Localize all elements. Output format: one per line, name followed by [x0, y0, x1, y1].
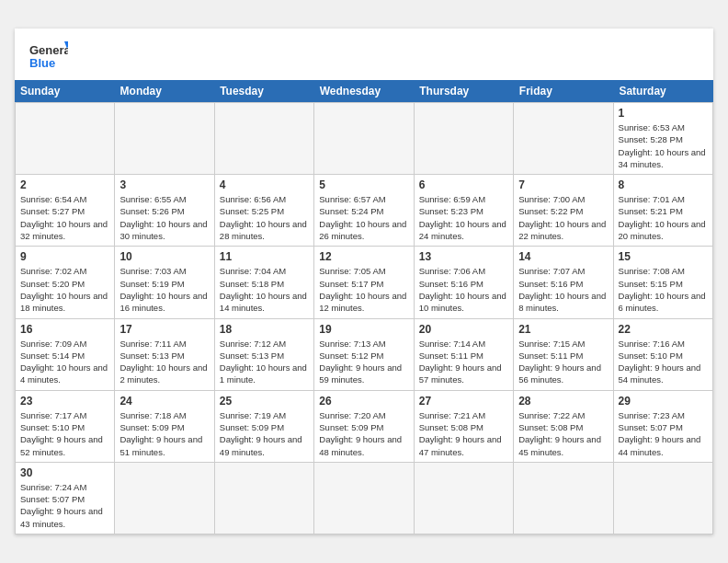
cell-daylight: Daylight: 10 hours and 20 minutes.: [619, 218, 708, 243]
cell-date: 2: [20, 178, 109, 191]
calendar-header: General Blue: [15, 29, 713, 80]
day-header-sunday: Sunday: [15, 80, 115, 102]
cell-date: 16: [20, 323, 109, 336]
calendar-day-13: 13 Sunrise: 7:06 AM Sunset: 5:16 PM Dayl…: [415, 247, 514, 318]
cell-sunrise: Sunrise: 7:24 AM: [20, 481, 109, 493]
cell-sunrise: Sunrise: 6:57 AM: [319, 193, 408, 205]
cell-sunset: Sunset: 5:19 PM: [119, 278, 209, 290]
calendar-day-18: 18 Sunrise: 7:12 AM Sunset: 5:13 PM Dayl…: [215, 319, 314, 391]
cell-date: 9: [20, 250, 109, 263]
cell-sunrise: Sunrise: 7:21 AM: [419, 409, 508, 421]
cell-date: 1: [619, 107, 708, 120]
cell-date: 11: [220, 250, 309, 263]
day-header-friday: Friday: [514, 80, 614, 102]
cell-daylight: Daylight: 10 hours and 14 minutes.: [220, 290, 309, 315]
cell-date: 27: [419, 395, 508, 408]
day-header-monday: Monday: [115, 80, 215, 102]
calendar-empty-cell: [16, 103, 115, 175]
calendar-day-16: 16 Sunrise: 7:09 AM Sunset: 5:14 PM Dayl…: [16, 319, 115, 391]
cell-daylight: Daylight: 10 hours and 22 minutes.: [518, 218, 608, 243]
calendar-day-20: 20 Sunrise: 7:14 AM Sunset: 5:11 PM Dayl…: [415, 319, 514, 391]
cell-date: 26: [319, 395, 408, 408]
calendar-day-23: 23 Sunrise: 7:17 AM Sunset: 5:10 PM Dayl…: [16, 391, 115, 463]
calendar-day-9: 9 Sunrise: 7:02 AM Sunset: 5:20 PM Dayli…: [16, 247, 115, 318]
cell-date: 3: [119, 178, 209, 191]
cell-date: 24: [119, 395, 209, 408]
cell-sunset: Sunset: 5:26 PM: [119, 205, 209, 217]
cell-sunset: Sunset: 5:15 PM: [619, 278, 708, 290]
calendar-empty-cell: [614, 463, 713, 534]
cell-daylight: Daylight: 10 hours and 12 minutes.: [319, 290, 408, 315]
cell-daylight: Daylight: 10 hours and 18 minutes.: [20, 290, 109, 315]
calendar-empty-cell: [215, 463, 314, 534]
calendar-empty-cell: [314, 103, 414, 175]
cell-sunset: Sunset: 5:17 PM: [319, 278, 408, 290]
cell-daylight: Daylight: 10 hours and 10 minutes.: [419, 290, 508, 315]
cell-daylight: Daylight: 9 hours and 56 minutes.: [518, 362, 608, 386]
cell-sunrise: Sunrise: 7:09 AM: [20, 338, 109, 350]
cell-sunrise: Sunrise: 6:53 AM: [619, 121, 708, 133]
cell-sunset: Sunset: 5:24 PM: [319, 205, 408, 217]
cell-date: 23: [20, 395, 109, 408]
calendar-day-17: 17 Sunrise: 7:11 AM Sunset: 5:13 PM Dayl…: [115, 319, 214, 391]
cell-sunset: Sunset: 5:13 PM: [119, 350, 209, 362]
cell-date: 4: [220, 178, 309, 191]
calendar-day-24: 24 Sunrise: 7:18 AM Sunset: 5:09 PM Dayl…: [115, 391, 214, 463]
cell-date: 10: [119, 250, 209, 263]
logo: General Blue: [29, 40, 68, 73]
cell-daylight: Daylight: 10 hours and 32 minutes.: [20, 218, 109, 243]
cell-daylight: Daylight: 10 hours and 2 minutes.: [119, 362, 209, 386]
cell-sunrise: Sunrise: 7:19 AM: [220, 409, 309, 421]
calendar-day-11: 11 Sunrise: 7:04 AM Sunset: 5:18 PM Dayl…: [215, 247, 314, 318]
calendar-empty-cell: [314, 463, 414, 534]
day-headers: SundayMondayTuesdayWednesdayThursdayFrid…: [15, 80, 713, 102]
calendar-day-12: 12 Sunrise: 7:05 AM Sunset: 5:17 PM Dayl…: [314, 247, 414, 318]
day-header-wednesday: Wednesday: [314, 80, 415, 102]
calendar-day-7: 7 Sunrise: 7:00 AM Sunset: 5:22 PM Dayli…: [514, 175, 613, 247]
cell-daylight: Daylight: 9 hours and 52 minutes.: [20, 433, 109, 458]
cell-daylight: Daylight: 9 hours and 43 minutes.: [20, 505, 109, 530]
cell-sunrise: Sunrise: 7:22 AM: [518, 409, 608, 421]
calendar-day-1: 1 Sunrise: 6:53 AM Sunset: 5:28 PM Dayli…: [614, 103, 713, 175]
cell-sunrise: Sunrise: 7:18 AM: [119, 409, 209, 421]
calendar-day-22: 22 Sunrise: 7:16 AM Sunset: 5:10 PM Dayl…: [614, 319, 713, 391]
calendar-day-10: 10 Sunrise: 7:03 AM Sunset: 5:19 PM Dayl…: [115, 247, 214, 318]
svg-text:Blue: Blue: [29, 56, 55, 70]
cell-sunset: Sunset: 5:11 PM: [419, 350, 508, 362]
cell-date: 12: [319, 250, 408, 263]
calendar-day-19: 19 Sunrise: 7:13 AM Sunset: 5:12 PM Dayl…: [314, 319, 414, 391]
cell-sunrise: Sunrise: 6:56 AM: [220, 193, 309, 205]
cell-sunrise: Sunrise: 7:07 AM: [518, 265, 608, 277]
cell-sunset: Sunset: 5:16 PM: [518, 278, 608, 290]
cell-sunset: Sunset: 5:08 PM: [419, 421, 508, 433]
day-header-thursday: Thursday: [414, 80, 514, 102]
cell-daylight: Daylight: 9 hours and 57 minutes.: [419, 362, 508, 386]
cell-date: 13: [419, 250, 508, 263]
cell-sunrise: Sunrise: 7:13 AM: [319, 338, 408, 350]
calendar-day-5: 5 Sunrise: 6:57 AM Sunset: 5:24 PM Dayli…: [314, 175, 414, 247]
day-header-saturday: Saturday: [613, 80, 713, 102]
cell-sunset: Sunset: 5:16 PM: [419, 278, 508, 290]
calendar-day-30: 30 Sunrise: 7:24 AM Sunset: 5:07 PM Dayl…: [16, 463, 115, 534]
cell-daylight: Daylight: 9 hours and 44 minutes.: [619, 433, 708, 458]
cell-date: 22: [619, 323, 708, 336]
calendar-container: General Blue SundayMondayTuesdayWednesda…: [15, 29, 713, 534]
cell-sunset: Sunset: 5:11 PM: [518, 350, 608, 362]
cell-date: 30: [20, 466, 109, 479]
cell-sunrise: Sunrise: 7:15 AM: [518, 338, 608, 350]
cell-sunrise: Sunrise: 7:06 AM: [419, 265, 508, 277]
cell-sunrise: Sunrise: 7:00 AM: [518, 193, 608, 205]
cell-date: 17: [119, 323, 209, 336]
cell-sunrise: Sunrise: 7:23 AM: [619, 409, 708, 421]
cell-daylight: Daylight: 10 hours and 6 minutes.: [619, 290, 708, 315]
cell-sunset: Sunset: 5:28 PM: [619, 133, 708, 145]
cell-date: 20: [419, 323, 508, 336]
cell-daylight: Daylight: 10 hours and 28 minutes.: [220, 218, 309, 243]
day-header-tuesday: Tuesday: [214, 80, 314, 102]
cell-date: 28: [518, 395, 608, 408]
cell-date: 19: [319, 323, 408, 336]
cell-date: 8: [619, 178, 708, 191]
cell-date: 29: [619, 395, 708, 408]
cell-sunset: Sunset: 5:09 PM: [220, 421, 309, 433]
cell-sunset: Sunset: 5:22 PM: [518, 205, 608, 217]
